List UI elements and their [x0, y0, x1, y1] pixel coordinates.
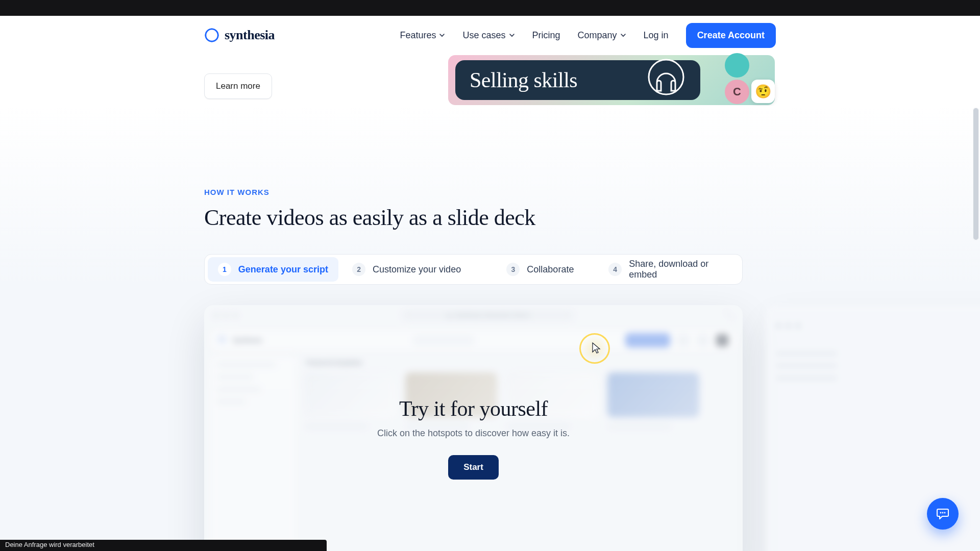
section-title: Create videos as easily as a slide deck	[204, 205, 776, 231]
hero-residual: Learn more Selling skills C 🤨	[0, 55, 980, 106]
page-scrollbar[interactable]	[973, 16, 979, 551]
brand-logo-icon	[204, 28, 219, 43]
chevron-down-icon	[620, 32, 626, 38]
avatar-teal	[725, 53, 749, 78]
site-header: synthesia Features Use cases Pricing Com…	[0, 16, 980, 55]
nav-features-label: Features	[400, 30, 436, 41]
nav-use-cases-label: Use cases	[462, 30, 505, 41]
overlay-title: Try it for yourself	[399, 396, 548, 421]
demo-window[interactable]: Synthesia Interactive Demo Synthesia	[204, 305, 743, 551]
start-button[interactable]: Start	[448, 455, 499, 480]
nav-pricing[interactable]: Pricing	[532, 30, 560, 41]
selling-skills-inner: Selling skills	[455, 60, 700, 100]
nav-company-label: Company	[578, 30, 617, 41]
tab-number: 3	[506, 263, 520, 276]
reaction-stack: C 🤨	[707, 55, 769, 105]
interactive-demo-wrap: Synthesia Interactive Demo Synthesia	[204, 305, 776, 551]
selling-skills-text: Selling skills	[470, 68, 577, 92]
tab-share[interactable]: 4 Share, download or embed	[608, 257, 739, 282]
status-bar: Deine Anfrage wird verarbeitet	[0, 540, 327, 551]
svg-point-4	[942, 512, 944, 514]
how-it-works-section: HOW IT WORKS Create videos as easily as …	[0, 106, 980, 551]
tab-label: Customize your video	[373, 264, 461, 275]
tab-number: 1	[218, 263, 231, 276]
create-account-button[interactable]: Create Account	[686, 23, 776, 48]
chat-fab[interactable]	[927, 498, 959, 530]
avatar-c: C	[725, 80, 749, 104]
learn-more-button[interactable]: Learn more	[204, 73, 272, 99]
brand-logo[interactable]: synthesia	[204, 28, 275, 43]
tab-number: 2	[352, 263, 365, 276]
tab-number: 4	[608, 263, 622, 276]
svg-point-5	[944, 512, 946, 514]
svg-point-0	[649, 60, 683, 94]
tab-generate-script[interactable]: 1 Generate your script	[208, 257, 338, 282]
hotspot-ring[interactable]	[579, 333, 610, 364]
chevron-down-icon	[509, 32, 515, 38]
headphones-icon	[646, 57, 686, 97]
nav-use-cases[interactable]: Use cases	[462, 30, 514, 41]
nav-company[interactable]: Company	[578, 30, 626, 41]
steps-tabs: 1 Generate your script 2 Customize your …	[204, 254, 743, 285]
primary-nav: Features Use cases Pricing Company Log i…	[400, 23, 776, 48]
status-text: Deine Anfrage wird verarbeitet	[5, 541, 94, 548]
scrollbar-thumb[interactable]	[973, 108, 979, 240]
emoji-reaction: 🤨	[751, 80, 775, 103]
window-top-strip	[0, 0, 980, 16]
chevron-down-icon	[439, 32, 445, 38]
tab-collaborate[interactable]: 3 Collaborate	[475, 257, 606, 282]
chat-icon	[936, 507, 950, 521]
selling-skills-card: Selling skills C 🤨	[448, 55, 775, 105]
tab-customize-video[interactable]: 2 Customize your video	[341, 257, 472, 282]
tab-label: Collaborate	[527, 264, 574, 275]
svg-point-3	[940, 512, 942, 514]
nav-pricing-label: Pricing	[532, 30, 560, 41]
nav-login[interactable]: Log in	[644, 30, 669, 41]
overlay-subtitle: Click on the hotspots to discover how ea…	[377, 428, 570, 439]
tab-label: Share, download or embed	[629, 259, 739, 280]
tab-label: Generate your script	[238, 264, 328, 275]
section-eyebrow: HOW IT WORKS	[204, 188, 776, 196]
nav-features[interactable]: Features	[400, 30, 445, 41]
demo-overlay: Try it for yourself Click on the hotspot…	[204, 305, 743, 551]
brand-name: synthesia	[225, 28, 275, 43]
